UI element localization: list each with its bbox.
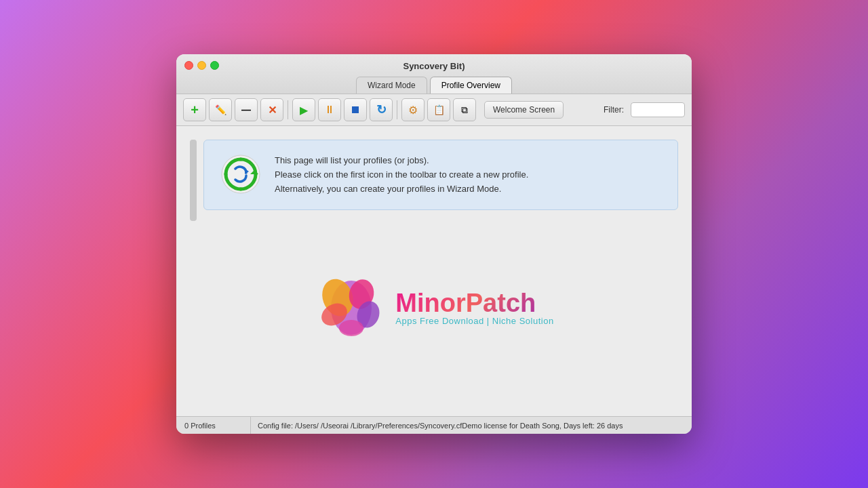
watermark-splash-icon bbox=[314, 274, 389, 342]
maximize-button[interactable] bbox=[210, 61, 219, 70]
info-line-2: Please click on the first icon in the to… bbox=[275, 168, 661, 182]
info-line-3: Alternatively, you can create your profi… bbox=[275, 182, 661, 197]
svg-point-6 bbox=[318, 299, 352, 330]
remove-profile-button[interactable]: — bbox=[235, 98, 258, 121]
pause-button[interactable]: ⏸ bbox=[318, 98, 341, 121]
run-button[interactable]: ▶ bbox=[292, 98, 315, 121]
copy-button[interactable]: ⧉ bbox=[453, 98, 476, 121]
separator-1 bbox=[288, 100, 288, 119]
info-text: This page will list your profiles (or jo… bbox=[275, 154, 661, 196]
main-window: Syncovery Bit) Wizard Mode Profile Overv… bbox=[176, 54, 692, 434]
svg-point-5 bbox=[346, 277, 377, 312]
watermark-tagline: Apps Free Download | Niche Solution bbox=[395, 316, 553, 326]
separator-2 bbox=[397, 100, 397, 119]
svg-point-3 bbox=[331, 281, 372, 335]
welcome-screen-button[interactable]: Welcome Screen bbox=[484, 101, 564, 119]
watermark-brand: MinorPatch bbox=[395, 290, 553, 316]
refresh-button[interactable]: ↻ bbox=[370, 98, 393, 121]
filter-input[interactable] bbox=[631, 102, 685, 117]
traffic-lights bbox=[184, 61, 219, 70]
status-config: Config file: /Users/ /Useorai /Library/P… bbox=[251, 417, 692, 434]
window-title: Syncovery Bit) bbox=[403, 61, 465, 77]
edit-profile-button[interactable]: ✏️ bbox=[209, 98, 232, 121]
svg-point-4 bbox=[317, 274, 358, 321]
watermark-overlay: MinorPatch Apps Free Download | Niche So… bbox=[281, 253, 587, 362]
close-button[interactable] bbox=[184, 61, 193, 70]
settings-button[interactable]: ⚙ bbox=[401, 98, 425, 121]
main-content: This page will list your profiles (or jo… bbox=[176, 126, 692, 416]
minimize-button[interactable] bbox=[197, 61, 206, 70]
info-card: This page will list your profiles (or jo… bbox=[203, 140, 678, 210]
delete-profile-button[interactable]: ✕ bbox=[260, 98, 283, 121]
tab-bar: Wizard Mode Profile Overview bbox=[356, 77, 512, 94]
tab-wizard[interactable]: Wizard Mode bbox=[356, 77, 427, 94]
watermark-logo-area: MinorPatch Apps Free Download | Niche So… bbox=[314, 274, 553, 342]
status-bar: 0 Profiles Config file: /Users/ /Useorai… bbox=[176, 416, 692, 434]
toolbar: + ✏️ — ✕ ▶ ⏸ ⏹ ↻ ⚙ 📋 ⧉ Welcome Screen Fi… bbox=[176, 94, 692, 126]
left-sidebar bbox=[190, 140, 197, 221]
status-profiles: 0 Profiles bbox=[176, 417, 251, 434]
svg-point-8 bbox=[339, 320, 363, 336]
watermark-inner: MinorPatch Apps Free Download | Niche So… bbox=[314, 274, 553, 342]
title-bar: Syncovery Bit) Wizard Mode Profile Overv… bbox=[176, 54, 692, 94]
watermark-text-area: MinorPatch Apps Free Download | Niche So… bbox=[395, 290, 553, 326]
add-profile-button[interactable]: + bbox=[183, 98, 206, 121]
stop-button[interactable]: ⏹ bbox=[344, 98, 367, 121]
filter-label: Filter: bbox=[604, 105, 624, 115]
info-line-1: This page will list your profiles (or jo… bbox=[275, 154, 661, 168]
tab-overview[interactable]: Profile Overview bbox=[430, 77, 512, 94]
log-button[interactable]: 📋 bbox=[427, 98, 450, 121]
syncovery-logo bbox=[220, 154, 261, 195]
svg-point-7 bbox=[353, 298, 383, 331]
